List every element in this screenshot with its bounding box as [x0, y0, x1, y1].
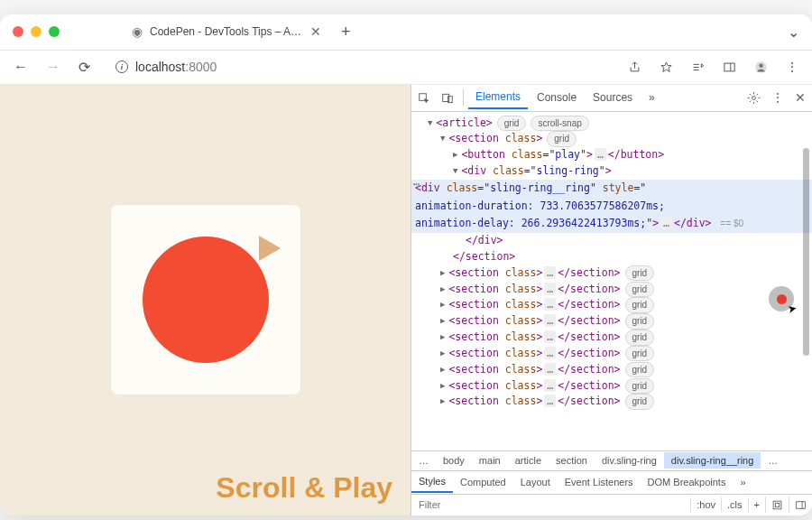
address-path: :8000 [185, 60, 217, 74]
browser-window: ◉ CodePen - DevTools Tips – Ani… ✕ + ⌄ ←… [0, 14, 812, 515]
dom-node[interactable]: <section class>grid [411, 131, 812, 147]
dom-node[interactable]: <section class>…</section>grid [411, 297, 812, 313]
page-viewport: Scroll & Play [0, 85, 411, 515]
bookmark-icon[interactable] [655, 58, 678, 77]
inspect-icon[interactable] [413, 87, 435, 108]
dom-node[interactable]: <section class>…</section>grid [411, 330, 812, 346]
dom-node[interactable]: <section class>…</section>grid [411, 282, 812, 298]
dom-node[interactable]: <button class="play">…</button> [411, 147, 812, 163]
svg-point-6 [752, 97, 756, 100]
svg-rect-0 [724, 64, 734, 72]
dom-node[interactable]: <section class>…</section>grid [411, 362, 812, 378]
back-button[interactable]: ← [9, 57, 32, 77]
toolbar: ← → ⟳ i localhost:8000 ⋮ [0, 51, 812, 85]
styles-filter-bar: :hov .cls + [411, 494, 812, 515]
style-animation-duration: animation-duration: 733.7063577586207ms; [415, 200, 665, 212]
minimize-window-button[interactable] [31, 26, 42, 37]
dom-node[interactable]: <section class>…</section>grid [411, 313, 812, 330]
color-wheel [143, 237, 269, 363]
cls-toggle[interactable]: .cls [721, 497, 748, 512]
demo-card [111, 205, 300, 395]
panel-dock-icon[interactable] [789, 497, 812, 513]
tab-console[interactable]: Console [530, 88, 584, 107]
dom-node[interactable]: <div class="sling-ring"> [411, 163, 812, 180]
svg-rect-7 [773, 501, 781, 509]
breadcrumb[interactable]: … body main article section div.sling-ri… [411, 450, 812, 470]
tab-dom-breakpoints[interactable]: DOM Breakpoints [641, 473, 734, 491]
gutter-ellipsis: ⋯ [413, 177, 420, 193]
svg-point-2 [759, 64, 762, 68]
computed-toggle-icon[interactable] [765, 497, 789, 513]
svg-rect-9 [797, 502, 806, 509]
media-icon[interactable] [687, 58, 709, 77]
tab-computed[interactable]: Computed [453, 473, 513, 491]
hero-text: Scroll & Play [216, 471, 392, 505]
window-controls [13, 26, 60, 37]
devtools-panel: Elements Console Sources » ⋮ ✕ ⋯ <articl… [411, 85, 812, 515]
dom-node-selected[interactable]: <div class="sling-ring__ring" style=" an… [411, 180, 812, 233]
menu-icon[interactable]: ⋮ [781, 58, 803, 76]
cursor-dot-icon [777, 294, 787, 304]
tabs-expand-button[interactable]: ⌄ [788, 23, 799, 41]
scrollbar[interactable] [803, 148, 809, 356]
close-tab-icon[interactable]: ✕ [310, 25, 321, 38]
titlebar: ◉ CodePen - DevTools Tips – Ani… ✕ + ⌄ [0, 14, 812, 51]
dom-node[interactable]: <article>gridscroll-snap [411, 116, 812, 132]
new-tab-button[interactable]: + [336, 21, 356, 43]
device-icon[interactable] [437, 87, 458, 108]
dom-tree[interactable]: ⋯ <article>gridscroll-snap <section clas… [411, 112, 812, 450]
svg-rect-8 [775, 503, 779, 506]
cursor-highlight: ➤ [769, 286, 794, 311]
tab-layout[interactable]: Layout [513, 473, 558, 491]
styles-tabbar: Styles Computed Layout Event Listeners D… [411, 470, 812, 494]
panel-icon[interactable] [718, 58, 741, 77]
content: Scroll & Play Elements Console Sources »… [0, 85, 812, 515]
kebab-icon[interactable]: ⋮ [767, 87, 789, 108]
browser-tab[interactable]: ◉ CodePen - DevTools Tips – Ani… ✕ [123, 21, 330, 42]
tab-title: CodePen - DevTools Tips – Ani… [150, 25, 303, 38]
new-style-rule-button[interactable]: + [748, 497, 765, 512]
dom-node[interactable]: </section> [411, 249, 812, 265]
tab-elements[interactable]: Elements [468, 87, 528, 109]
site-info-icon[interactable]: i [115, 60, 128, 73]
dom-node[interactable]: <section class>…</section>grid [411, 394, 812, 410]
gear-icon[interactable] [743, 87, 765, 109]
globe-icon: ◉ [132, 24, 143, 39]
maximize-window-button[interactable] [49, 26, 60, 37]
devtools-close-icon[interactable]: ✕ [790, 87, 810, 108]
filter-input[interactable] [411, 496, 690, 514]
profile-avatar[interactable] [750, 58, 772, 77]
hov-toggle[interactable]: :hov [690, 497, 721, 512]
tabs-more[interactable]: » [641, 88, 662, 107]
address-host: localhost [135, 60, 185, 74]
tab-styles[interactable]: Styles [411, 472, 453, 493]
share-icon[interactable] [623, 58, 646, 77]
address-bar[interactable]: i localhost:8000 [104, 55, 614, 79]
dom-node[interactable]: <section class>…</section>grid [411, 346, 812, 362]
devtools-tabbar: Elements Console Sources » ⋮ ✕ [411, 85, 812, 112]
play-icon[interactable] [259, 236, 281, 261]
dom-node[interactable]: <section class>…</section>grid [411, 265, 812, 282]
close-window-button[interactable] [13, 26, 23, 37]
tab-sources[interactable]: Sources [586, 88, 640, 107]
styles-more[interactable]: » [733, 473, 752, 491]
reload-button[interactable]: ⟳ [74, 57, 95, 78]
tab-event-listeners[interactable]: Event Listeners [558, 473, 641, 491]
forward-button[interactable]: → [42, 57, 65, 77]
dom-node[interactable]: </div> [411, 233, 812, 249]
dom-node[interactable]: <section class>…</section>grid [411, 378, 812, 395]
